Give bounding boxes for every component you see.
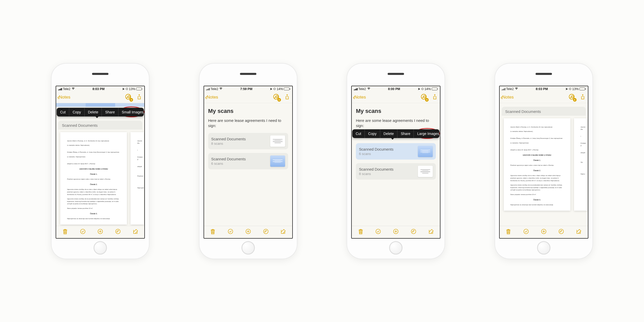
attachment-count: 8 scans: [359, 172, 415, 176]
add-icon[interactable]: [245, 228, 251, 236]
ctx-small-images[interactable]: Small Images: [118, 108, 145, 116]
attachment-card[interactable]: Scanned Documents 8 scans: [356, 163, 436, 180]
section-header: Scanned Documents: [502, 107, 586, 116]
battery-percent: 14%: [277, 87, 283, 91]
ctx-copy[interactable]: Copy: [365, 129, 380, 138]
home-button[interactable]: [94, 241, 107, 255]
home-button[interactable]: [242, 241, 255, 255]
draw-icon[interactable]: [115, 228, 121, 236]
add-icon[interactable]: [541, 228, 547, 236]
check-icon[interactable]: [375, 228, 381, 236]
scanned-pages[interactable]: Jasmin Zlatić iz Rovinja, ul. A. Smrčevi…: [500, 116, 588, 213]
back-button[interactable]: ‹Notes: [57, 94, 70, 101]
nav-bar: ‹Notes +: [352, 92, 440, 103]
nav-bar: ‹Notes +: [204, 92, 292, 103]
bluetooth-icon: ⌬: [421, 87, 424, 91]
clock: 8:00 PM: [388, 87, 400, 91]
attachment-card[interactable]: Scanned Documents 8 scans: [208, 133, 288, 149]
wifi-icon: [367, 87, 371, 91]
delete-icon[interactable]: [62, 228, 68, 236]
ctx-copy[interactable]: Copy: [69, 108, 85, 116]
battery-icon: [432, 87, 438, 90]
compose-icon[interactable]: [428, 228, 434, 236]
add-people-button[interactable]: +: [569, 94, 576, 101]
selection-strip: [56, 103, 144, 107]
note-content[interactable]: My scans Here are some lease agreements …: [352, 103, 440, 226]
compose-icon[interactable]: [280, 228, 286, 236]
location-icon: ➤: [122, 87, 125, 91]
bottom-toolbar: [56, 226, 144, 238]
document-page-peek[interactable]: Jasmin ZlaiKristijan ŽsklopiliPredmetNaj…: [130, 132, 144, 225]
nav-bar: ‹Notes +: [500, 92, 588, 103]
location-icon: ➤: [418, 87, 420, 91]
add-people-button[interactable]: +: [421, 94, 428, 101]
add-people-button[interactable]: +: [125, 94, 132, 101]
battery-percent: 14%: [425, 87, 431, 91]
back-button[interactable]: ‹Notes: [353, 94, 366, 101]
share-button[interactable]: [432, 94, 437, 101]
note-content[interactable]: My scans Here are some lease agreements …: [204, 103, 292, 226]
note-title: My scans: [356, 108, 436, 114]
document-page[interactable]: Jasmin Zlatić iz Rovinja, ul. A. Smrčevi…: [60, 132, 127, 225]
battery-icon: [284, 87, 290, 90]
clock: 8:03 PM: [93, 87, 105, 91]
phone-frame: Tele2 8:03 PM ➤ ⌬ 13% ‹Notes + Scanned D…: [495, 64, 592, 259]
back-button[interactable]: ‹Notes: [501, 94, 514, 101]
home-button[interactable]: [389, 241, 402, 255]
carrier-label: Tele2: [210, 87, 218, 91]
attachment-card[interactable]: Scanned Documents 6 scans: [208, 153, 288, 169]
context-menu: Cut Copy Delete Share Large Images: [352, 129, 439, 138]
note-body: Here are some lease agreements I need to…: [208, 118, 288, 129]
bluetooth-icon: ⌬: [273, 87, 276, 91]
delete-icon[interactable]: [358, 228, 364, 236]
share-button[interactable]: [137, 94, 142, 101]
battery-icon: [579, 87, 586, 90]
home-button[interactable]: [537, 241, 550, 255]
draw-icon[interactable]: [558, 228, 564, 236]
check-icon[interactable]: [227, 228, 234, 236]
nav-bar: ‹Notes +: [56, 92, 144, 103]
ctx-delete[interactable]: Delete: [380, 129, 397, 138]
status-bar: Tele2 8:03 PM ➤ ⌬ 13%: [500, 86, 588, 92]
draw-icon[interactable]: [410, 228, 417, 236]
phone-frame: Tele2 8:00 PM ➤ ⌬ 14% ‹Notes + My scans …: [347, 64, 445, 259]
ctx-cut[interactable]: Cut: [352, 129, 365, 138]
note-content[interactable]: Scanned Documents Jasmin Zlatić iz Rovin…: [500, 103, 588, 226]
ctx-delete[interactable]: Delete: [85, 108, 102, 116]
carrier-label: Tele2: [506, 87, 514, 91]
speaker: [92, 73, 108, 75]
speaker: [240, 73, 256, 75]
delete-icon[interactable]: [505, 228, 511, 236]
add-icon[interactable]: [97, 228, 103, 236]
scanned-pages[interactable]: Jasmin Zlatić iz Rovinja, ul. A. Smrčevi…: [56, 130, 144, 226]
battery-icon: [136, 87, 143, 90]
ctx-share[interactable]: Share: [397, 129, 414, 138]
ctx-large-images[interactable]: Large Images: [414, 129, 440, 138]
compose-icon[interactable]: [133, 228, 139, 236]
svg-point-6: [376, 229, 380, 234]
share-button[interactable]: [285, 94, 290, 101]
attachment-card[interactable]: Scanned Documents 6 scans: [356, 143, 436, 160]
phone-frame: Tele2 7:59 PM ➤ ⌬ 14% ‹Notes + My scans …: [199, 64, 297, 259]
add-icon[interactable]: [393, 228, 399, 236]
ctx-cut[interactable]: Cut: [57, 108, 69, 116]
compose-icon[interactable]: [576, 228, 582, 236]
note-body: Here are some lease agreements I need to…: [356, 118, 436, 129]
ctx-share[interactable]: Share: [102, 108, 118, 116]
speaker: [388, 73, 404, 75]
delete-icon[interactable]: [210, 228, 216, 236]
share-button[interactable]: [580, 94, 585, 101]
wifi-icon: [515, 87, 518, 91]
add-people-button[interactable]: +: [273, 94, 280, 101]
location-icon: ➤: [565, 87, 568, 91]
check-icon[interactable]: [523, 228, 529, 236]
carrier-label: Tele2: [358, 87, 366, 91]
bottom-toolbar: [352, 226, 440, 238]
check-icon[interactable]: [80, 228, 86, 236]
document-page-peek[interactable]: Jasmin ZlaiKristijan ŽsklopiliUgNajmo: [574, 118, 587, 211]
back-button[interactable]: ‹Notes: [205, 94, 218, 101]
draw-icon[interactable]: [263, 228, 269, 236]
status-bar: Tele2 7:59 PM ➤ ⌬ 14%: [204, 86, 292, 92]
document-page[interactable]: Jasmin Zlatić iz Rovinja, ul. A. Smrčevi…: [504, 118, 570, 211]
attachment-title: Scanned Documents: [359, 167, 415, 171]
